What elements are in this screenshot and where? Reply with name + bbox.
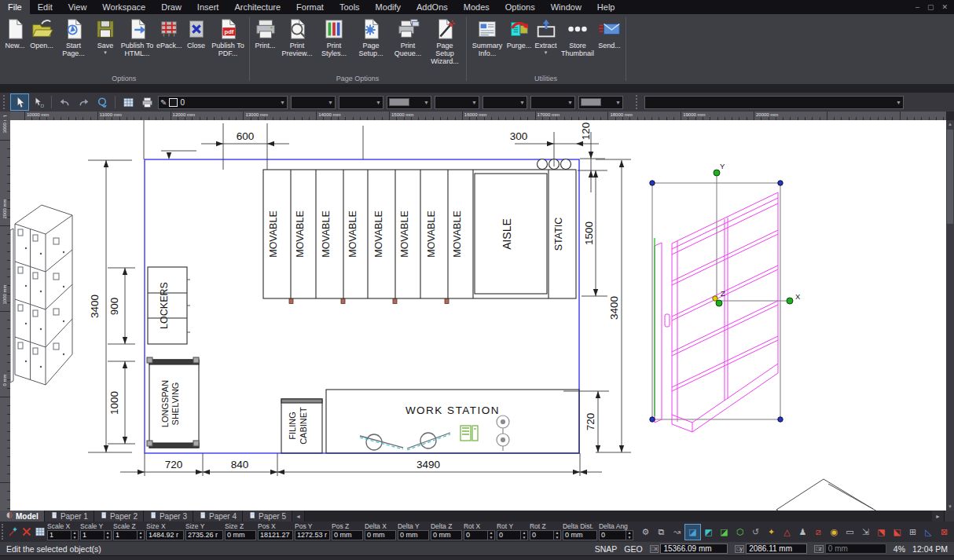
no-gravity-icon[interactable]: ⚙	[638, 525, 653, 540]
publish-to-html-button[interactable]: Publish To HTML...	[119, 16, 156, 58]
spinner-control[interactable]: ▲▼	[626, 531, 633, 540]
fence-select-icon[interactable]: ⬡	[732, 525, 747, 540]
print-queue-button[interactable]: Print Queue...	[390, 16, 427, 58]
menu-view[interactable]: View	[61, 0, 95, 14]
chevron-down-icon[interactable]: ▾	[545, 49, 548, 55]
close-button[interactable]: Close	[183, 16, 210, 50]
select-arrow-icon[interactable]	[11, 94, 28, 110]
horizontal-scrollbar-track[interactable]	[305, 511, 932, 522]
page-setup-wizard-button[interactable]: Page Setup Wizard...	[427, 16, 464, 66]
pos-z-input[interactable]: 0 mm	[332, 531, 362, 540]
named-view-combo[interactable]: ▼	[644, 96, 904, 109]
start-page-button[interactable]: Start Page...	[55, 16, 92, 58]
menu-format[interactable]: Format	[288, 0, 332, 14]
style-combo-6[interactable]: ▼	[530, 96, 575, 109]
spinner-control[interactable]: ▲▼	[487, 531, 494, 540]
print-styles-button[interactable]: Print Styles...	[316, 16, 353, 58]
bend-tool-icon[interactable]: ↝	[670, 525, 684, 540]
tab-paper-1[interactable]: Paper 1	[45, 511, 94, 522]
size-y-input[interactable]: 2735.26 r	[186, 531, 222, 540]
size-z-input[interactable]: 0 mm	[226, 531, 255, 540]
no-select-icon[interactable]: ⊠	[937, 525, 952, 540]
edit-frame-icon[interactable]: ▭	[842, 525, 857, 540]
magnetic-point-icon[interactable]: ✦	[764, 525, 779, 540]
tab-paper-5[interactable]: Paper 5	[243, 511, 292, 522]
coordinate-z-field[interactable]: 0 mm	[825, 544, 886, 554]
pen-layer-combo[interactable]: ✎0▼	[158, 96, 288, 109]
spinner-control[interactable]: ▲▼	[553, 531, 560, 540]
scroll-up-icon[interactable]: ▲	[948, 120, 952, 128]
scrollbar-thumb[interactable]	[947, 130, 953, 224]
extract-button[interactable]: Extract▾	[533, 16, 560, 56]
pick-edit-icon[interactable]	[7, 524, 20, 540]
close-icon[interactable]: ✕	[941, 3, 948, 11]
print-button[interactable]: Print...	[252, 16, 279, 50]
save-button[interactable]: Save▾	[92, 16, 119, 56]
triangle-corner-icon[interactable]: ◺	[921, 525, 936, 540]
print-preview-button[interactable]: Print Preview...	[279, 16, 316, 58]
snap-toggle[interactable]: SNAP	[595, 544, 618, 554]
menu-modes[interactable]: Modes	[456, 0, 497, 14]
delta-y-input[interactable]: 0 mm	[398, 531, 428, 540]
purge-button[interactable]: Purge...	[506, 16, 533, 50]
pos-x-input[interactable]: 18121.27	[259, 531, 292, 540]
rot-z-input[interactable]: 0	[530, 531, 553, 540]
coordinate-x-field[interactable]: 15366.09 mm	[660, 544, 728, 554]
fill-select-icon[interactable]: ◪	[685, 525, 700, 540]
drawing-canvas[interactable]: MOVABLE MOVABLE MOVABLE MOVABLE MOVABLE …	[10, 120, 946, 511]
menu-help[interactable]: Help	[589, 0, 623, 14]
style-combo-4[interactable]: ▼	[435, 96, 479, 109]
tab-paper-4[interactable]: Paper 4	[193, 511, 243, 522]
menu-file[interactable]: File	[0, 0, 30, 14]
menu-edit[interactable]: Edit	[30, 0, 61, 14]
resize-frame-icon[interactable]: ⇲	[858, 525, 873, 540]
selection-info-icon[interactable]	[34, 524, 46, 540]
new-button[interactable]: New...	[2, 16, 28, 50]
spinner-control[interactable]: ▲▼	[104, 531, 111, 540]
table-icon[interactable]	[119, 94, 137, 110]
delta-x-input[interactable]: 0 mm	[365, 531, 395, 540]
room-selection-rect[interactable]	[145, 159, 579, 453]
summary-info-button[interactable]: Summary Info...	[469, 16, 506, 58]
menu-window[interactable]: Window	[543, 0, 589, 14]
group-edit-icon[interactable]: ♟	[795, 525, 810, 540]
menu-modify[interactable]: Modify	[368, 0, 409, 14]
tab-scroll-right-icon[interactable]: ►	[932, 511, 945, 522]
chevron-down-icon[interactable]: ▾	[104, 49, 107, 55]
scale-y-input[interactable]: 1	[81, 531, 104, 540]
vertical-scrollbar[interactable]: ▲ ▼	[946, 120, 954, 511]
flip-b-icon[interactable]: ⬕	[890, 525, 904, 540]
style-combo-5[interactable]: ▼	[483, 96, 527, 109]
menu-workspace[interactable]: Workspace	[94, 0, 153, 14]
minimize-icon[interactable]: –	[915, 3, 919, 11]
page-setup-button[interactable]: Page Setup...	[353, 16, 390, 58]
menu-tools[interactable]: Tools	[332, 0, 368, 14]
scale-x-input[interactable]: 1	[48, 531, 71, 540]
coordinate-y-field[interactable]: 2086.11 mm	[746, 544, 807, 554]
style-combo-2[interactable]: ▼	[339, 96, 383, 109]
menu-addons[interactable]: AddOns	[409, 0, 456, 14]
center-snap-icon[interactable]: ◉	[827, 525, 842, 540]
scale-z-input[interactable]: 1	[114, 531, 137, 540]
delta-dist-input[interactable]: 0 mm	[563, 531, 596, 540]
print-small-icon[interactable]	[138, 94, 156, 110]
anchor-point-icon[interactable]: ⊞	[905, 525, 920, 540]
send-button[interactable]: Send...	[596, 16, 623, 50]
delete-selection-icon[interactable]	[20, 524, 33, 540]
geo-toggle[interactable]: GEO	[624, 544, 642, 554]
size-x-input[interactable]: 1484.92 r	[147, 531, 183, 540]
menu-architecture[interactable]: Architecture	[226, 0, 288, 14]
toolbar-drag-handle[interactable]	[3, 95, 7, 109]
publish-to-pdf-button[interactable]: pdfPublish To PDF...	[210, 16, 247, 58]
no-frame-select-icon[interactable]: ⧄	[811, 525, 826, 540]
style-combo-7[interactable]: ▼	[578, 96, 623, 109]
pos-y-input[interactable]: 1272.53 r	[295, 531, 329, 540]
toolbar-drag-handle[interactable]	[636, 95, 640, 109]
no-rotate-icon[interactable]: ↺	[748, 525, 763, 540]
node-select-icon[interactable]	[30, 94, 47, 110]
tab-paper-2[interactable]: Paper 2	[94, 511, 144, 522]
degrade-warning-icon[interactable]: △	[780, 525, 794, 540]
maximize-icon[interactable]: ▢	[927, 3, 934, 11]
tab-model[interactable]: Model	[0, 511, 45, 522]
redo-icon[interactable]	[75, 94, 92, 110]
